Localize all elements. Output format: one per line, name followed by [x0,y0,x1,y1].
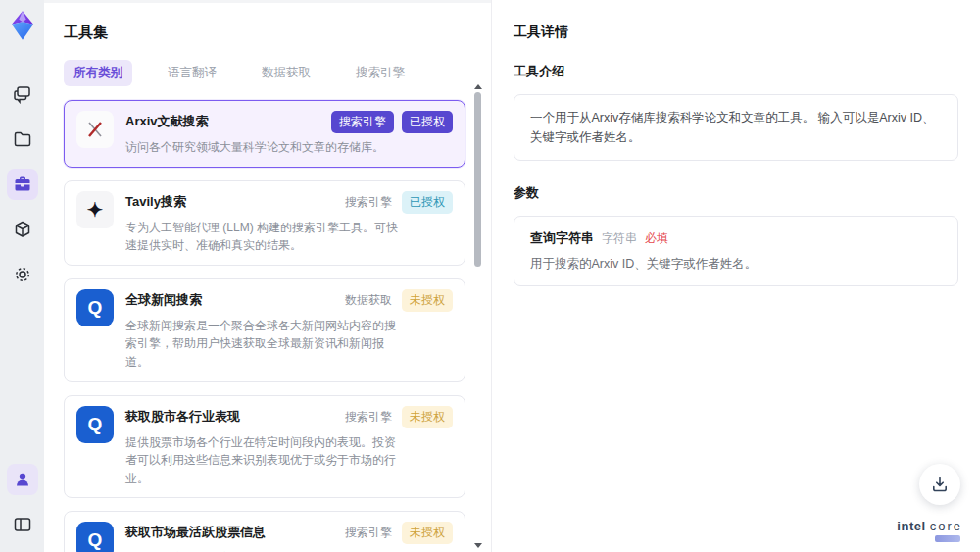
tool-card-list: Arxiv文献搜索 搜索引擎 已授权 访问各个研究领域大量科学论文和文章的存储库… [64,100,466,552]
tool-name: 全球新闻搜索 [125,289,343,309]
tab-data-fetch[interactable]: 数据获取 [252,60,320,86]
global-news-icon: Q [76,289,114,326]
tool-name: Tavily搜索 [125,191,343,211]
param-card: 查询字符串 字符串 必填 用于搜索的Arxiv ID、关键字或作者姓名。 [514,216,958,286]
tool-card-active-stocks[interactable]: Q 获取市场最活跃股票信息 搜索引擎 未授权 提供当天交易量最高的股票列表，投资… [64,511,466,552]
package-icon [13,220,32,239]
download-icon [931,476,949,493]
sidebar-item-toolbox[interactable] [7,169,38,200]
tab-search-engine[interactable]: 搜索引擎 [346,60,415,86]
tool-name: 获取市场最活跃股票信息 [125,522,343,541]
scroll-up-icon[interactable] [474,84,482,89]
download-button[interactable] [919,464,960,505]
category-badge: 搜索引擎 [343,522,394,544]
sidebar-item-files[interactable] [7,124,38,155]
tool-name: Arxiv文献搜索 [125,111,331,130]
scrollbar-thumb[interactable] [474,92,481,267]
tool-card-arxiv[interactable]: Arxiv文献搜索 搜索引擎 已授权 访问各个研究领域大量科学论文和文章的存储库… [64,100,466,168]
tool-card-global-news[interactable]: Q 全球新闻搜索 数据获取 未授权 全球新闻搜索是一个聚合全球各大新闻网站内容的… [64,278,466,382]
settings-icon [13,265,32,284]
intro-text: 一个用于从Arxiv存储库搜索科学论文和文章的工具。 输入可以是Arxiv ID… [530,108,942,147]
app-window: 工具集 所有类别 语言翻译 数据获取 搜索引擎 Arxiv文献搜索 [0,0,980,552]
panel-toggle-icon [13,515,32,534]
intel-core-logo: intel core [897,519,962,542]
active-stocks-icon: Q [76,522,114,552]
tool-name: 获取股市各行业表现 [125,406,343,426]
param-name: 查询字符串 [530,229,594,247]
tool-list-panel: 工具集 所有类别 语言翻译 数据获取 搜索引擎 Arxiv文献搜索 [44,0,492,552]
page-title: 工具集 [64,24,466,42]
tool-description: 专为人工智能代理 (LLM) 构建的搜索引擎工具。可快速提供实时、准确和真实的结… [125,219,398,255]
sidebar-item-chat[interactable] [7,78,38,110]
sidebar-item-settings[interactable] [7,259,38,290]
category-badge: 数据获取 [343,289,394,312]
intro-card: 一个用于从Arxiv存储库搜索科学论文和文章的工具。 输入可以是Arxiv ID… [514,94,958,161]
param-required-badge: 必填 [645,230,668,247]
tool-card-tavily[interactable]: ✦ Tavily搜索 搜索引擎 已授权 专为人工智能代理 (LLM) 构建的搜索… [64,180,466,266]
tab-all-categories[interactable]: 所有类别 [64,60,132,86]
tab-language-translation[interactable]: 语言翻译 [158,60,226,86]
category-tabs: 所有类别 语言翻译 数据获取 搜索引擎 [64,60,466,86]
scroll-down-icon[interactable] [474,543,482,548]
arxiv-logo-icon [76,111,114,148]
user-account-button[interactable] [7,464,38,495]
brand-gradient-bar [935,535,960,542]
app-logo-icon [8,10,37,41]
sidebar-item-packages[interactable] [7,214,38,245]
params-heading: 参数 [514,184,958,202]
auth-badge: 未授权 [402,522,453,544]
auth-badge: 已授权 [402,111,453,133]
chat-icon [13,84,32,104]
list-scrollbar[interactable] [474,84,482,548]
tool-description: 全球新闻搜索是一个聚合全球各大新闻网站内容的搜索引擎，帮助用户快速获取全球最新资… [125,317,398,372]
category-badge: 搜索引擎 [343,406,394,428]
auth-badge: 未授权 [402,406,453,428]
category-badge: 搜索引擎 [331,111,394,133]
auth-badge: 未授权 [402,289,453,312]
tool-card-sector-performance[interactable]: Q 获取股市各行业表现 搜索引擎 未授权 提供股票市场各个行业在特定时间段内的表… [64,395,466,499]
stock-sector-icon: Q [76,406,114,443]
category-badge: 搜索引擎 [343,191,394,214]
tavily-logo-icon: ✦ [76,191,114,228]
icon-rail [0,0,44,552]
param-type: 字符串 [602,230,637,247]
tool-description: 提供股票市场各个行业在特定时间段内的表现。投资者可以利用这些信息来识别表现优于或… [125,433,398,488]
intro-heading: 工具介绍 [514,63,958,80]
brand-core-text: core [930,519,962,533]
brand-intel-text: intel [897,519,925,533]
auth-badge: 已授权 [402,191,453,214]
user-icon [14,471,31,488]
panel-toggle-button[interactable] [7,509,38,540]
tool-description: 访问各个研究领域大量科学论文和文章的存储库。 [125,138,398,157]
top-divider [44,0,491,3]
folder-icon [13,129,32,149]
toolbox-icon [13,175,32,194]
tool-detail-panel: 工具详情 工具介绍 一个用于从Arxiv存储库搜索科学论文和文章的工具。 输入可… [492,0,980,552]
param-description: 用于搜索的Arxiv ID、关键字或作者姓名。 [530,256,942,273]
detail-title: 工具详情 [514,24,958,41]
